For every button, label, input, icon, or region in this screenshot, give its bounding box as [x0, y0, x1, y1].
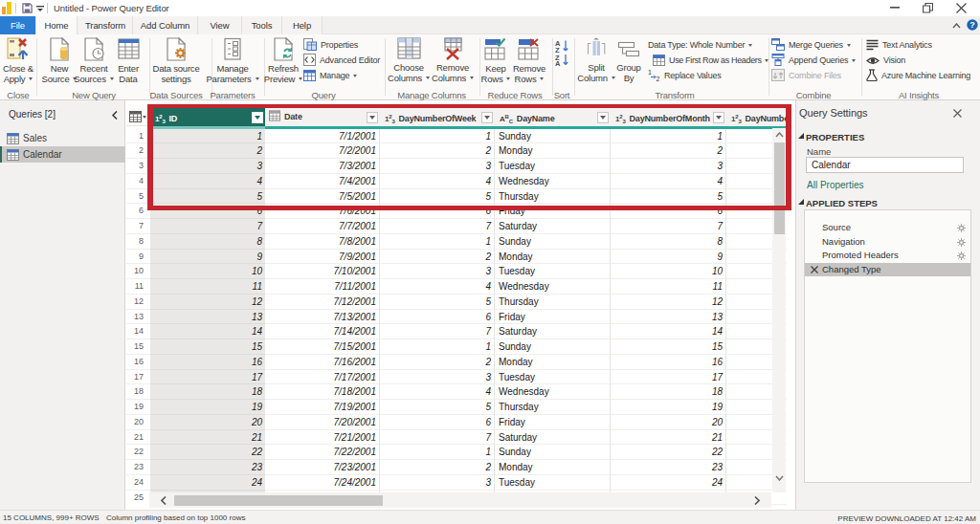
svg-text:2: 2 — [657, 76, 660, 81]
svg-text:A: A — [555, 59, 561, 66]
svg-text:1: 1 — [648, 69, 652, 76]
svg-text:?: ? — [969, 20, 975, 30]
